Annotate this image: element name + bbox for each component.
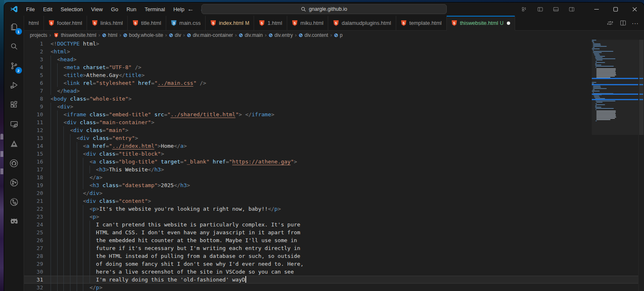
code-line[interactable]: 21<div class="content"> bbox=[24, 197, 638, 205]
code-line[interactable]: 11<div class="main-container"> bbox=[24, 118, 638, 126]
code-line[interactable]: 2<html> bbox=[24, 48, 638, 55]
code-line[interactable]: 1<!DOCTYPE html> bbox=[24, 40, 638, 48]
breadcrumb-item[interactable]: ⊘div.entry bbox=[269, 32, 293, 38]
close-button[interactable] bbox=[625, 2, 644, 16]
code-line[interactable]: 19<h3 class="datestamp">2025</h3> bbox=[24, 181, 638, 189]
breadcrumb-item[interactable]: 5thiswebsite.html bbox=[53, 32, 96, 38]
code-line[interactable]: 17<h3>This Website</h3> bbox=[24, 166, 638, 173]
history-back-icon[interactable]: ← bbox=[187, 5, 194, 13]
breadcrumb-item[interactable]: projects bbox=[30, 32, 47, 38]
remote-explorer-icon[interactable] bbox=[7, 117, 21, 131]
code-line[interactable]: 28the HTML instead of pulling from a dat… bbox=[24, 252, 638, 260]
menu-selection[interactable]: Selection bbox=[57, 5, 86, 14]
github-icon[interactable] bbox=[7, 156, 21, 170]
code-line[interactable]: 12<div class="main"> bbox=[24, 126, 638, 134]
tab-1.html[interactable]: 51.html bbox=[254, 16, 287, 30]
code-line[interactable]: 20</div> bbox=[24, 189, 638, 197]
code-line[interactable]: 31I'm really doing this the 'old-fashion… bbox=[24, 276, 638, 284]
split-editor-icon[interactable] bbox=[617, 18, 628, 29]
minimap-highlight bbox=[592, 99, 638, 100]
breadcrumb-item[interactable]: ⊘div.main-container bbox=[187, 32, 233, 38]
maximize-button[interactable] bbox=[606, 2, 625, 16]
code-line[interactable]: 15<div class="title-block"> bbox=[24, 150, 638, 158]
minimize-button[interactable] bbox=[587, 2, 606, 16]
tab-footer.html[interactable]: 5footer.html bbox=[44, 16, 87, 30]
code-line[interactable]: 32</p> bbox=[24, 284, 638, 291]
code-line[interactable]: 4<meta charset="UTF-8" /> bbox=[24, 63, 638, 71]
search-icon[interactable] bbox=[7, 39, 21, 53]
extensions-icon[interactable] bbox=[7, 98, 21, 112]
code-line[interactable]: 30here's a live screenshot of the site i… bbox=[24, 268, 638, 276]
code-line[interactable]: 22<p>It's the website you're looking at … bbox=[24, 205, 638, 213]
menu-go[interactable]: Go bbox=[107, 5, 122, 14]
explorer-icon[interactable]: 1 bbox=[7, 20, 21, 34]
tab-dalamudplugins.html[interactable]: 5dalamudplugins.html bbox=[328, 16, 396, 30]
code-line[interactable]: 23<p> bbox=[24, 213, 638, 221]
customize-layout-icon[interactable] bbox=[518, 4, 530, 14]
code-line[interactable]: 14<a href="../index.html">Home</a> bbox=[24, 142, 638, 150]
breadcrumb-item[interactable]: ⊘body.whole-site bbox=[123, 32, 163, 38]
code-line[interactable]: 27future if it's necessary but I'm writi… bbox=[24, 244, 638, 252]
scrollbar-slider[interactable] bbox=[639, 40, 644, 135]
code-line[interactable]: 8<body class="whole-site"> bbox=[24, 95, 638, 103]
menu-view[interactable]: View bbox=[87, 5, 107, 14]
tab-html[interactable]: html bbox=[24, 16, 44, 30]
menu-terminal[interactable]: Terminal bbox=[141, 5, 169, 14]
code-line[interactable]: 3<head> bbox=[24, 55, 638, 63]
triangle-a-extension-icon[interactable] bbox=[7, 137, 21, 151]
code-editor[interactable]: 1<!DOCTYPE html>2<html>3<head>4<meta cha… bbox=[24, 40, 644, 291]
line-code: <a class="blog-title" target="_blank" hr… bbox=[43, 158, 297, 166]
line-code: of doing some fancy shit I don't see why… bbox=[43, 260, 303, 268]
code-line[interactable]: 6<link rel="stylesheet" href="../main.cs… bbox=[24, 79, 638, 87]
line-number: 17 bbox=[24, 166, 43, 173]
tab-miku.html[interactable]: 5miku.html bbox=[287, 16, 329, 30]
code-line[interactable]: 16<a class="blog-title" target="_blank" … bbox=[24, 158, 638, 166]
breadcrumb-item[interactable]: ⊘div bbox=[169, 32, 181, 38]
code-line[interactable]: 29of doing some fancy shit I don't see w… bbox=[24, 260, 638, 268]
line-code: <meta charset="UTF-8" /> bbox=[43, 63, 141, 71]
breadcrumb-item[interactable]: ⊘html bbox=[102, 32, 117, 38]
tab-main.css[interactable]: 3main.css bbox=[166, 16, 206, 30]
html-file-icon: 5 bbox=[53, 32, 59, 38]
source-control-icon[interactable]: 2 bbox=[7, 59, 21, 73]
breadcrumb-item[interactable]: ⊘p bbox=[334, 32, 343, 38]
code-line[interactable]: 9<div> bbox=[24, 103, 638, 111]
command-center-text: gnargle.github.io bbox=[309, 6, 347, 12]
tab-links.html[interactable]: 5links.html bbox=[87, 16, 128, 30]
menu-edit[interactable]: Edit bbox=[39, 5, 56, 14]
tab-index.html[interactable]: 5index.htmlM bbox=[206, 16, 254, 30]
code-line[interactable]: 26the embedded hit counter at the bottom… bbox=[24, 236, 638, 244]
git-graph-icon[interactable] bbox=[7, 176, 21, 190]
more-actions-icon[interactable]: ··· bbox=[630, 18, 641, 29]
menu-run[interactable]: Run bbox=[123, 5, 140, 14]
breadcrumb-item[interactable]: ⊘div.content bbox=[299, 32, 328, 38]
code-line[interactable]: 5<title>Athene.Gay</title> bbox=[24, 71, 638, 79]
run-debug-icon[interactable] bbox=[7, 78, 21, 92]
unsaved-dot-icon[interactable] bbox=[507, 22, 510, 25]
menu-file[interactable]: File bbox=[22, 5, 39, 14]
code-line[interactable]: 7</head> bbox=[24, 87, 638, 95]
code-line[interactable]: 13<div class="entry"> bbox=[24, 134, 638, 142]
breadcrumb-separator: › bbox=[119, 32, 121, 38]
toggle-panel-icon[interactable] bbox=[550, 4, 562, 14]
godot-tools-icon[interactable] bbox=[7, 214, 21, 228]
vertical-scrollbar[interactable] bbox=[638, 40, 644, 291]
open-changes-icon[interactable] bbox=[605, 18, 616, 29]
html-symbol-icon: ⊘ bbox=[102, 32, 106, 38]
toggle-primary-sidebar-icon[interactable] bbox=[534, 4, 546, 14]
breadcrumb-item[interactable]: ⊘div.main bbox=[239, 32, 263, 38]
line-code: <h3 class="datestamp">2025</h3> bbox=[43, 181, 190, 189]
code-line[interactable]: 18</a> bbox=[24, 173, 638, 181]
command-center-search[interactable]: gnargle.github.io bbox=[201, 4, 447, 14]
code-line[interactable]: 25HTML and CSS. I don't even have any ja… bbox=[24, 228, 638, 236]
gitlens-icon[interactable] bbox=[7, 195, 21, 209]
toggle-secondary-sidebar-icon[interactable] bbox=[565, 4, 578, 14]
breadcrumb-separator: › bbox=[165, 32, 167, 38]
minimap[interactable] bbox=[592, 40, 638, 291]
code-line[interactable]: 10<iframe class="embed-title" src="../sh… bbox=[24, 111, 638, 118]
tab-template.html[interactable]: 5template.html bbox=[396, 16, 447, 30]
tab-title.html[interactable]: 5title.html bbox=[128, 16, 166, 30]
tab-thiswebsite.html[interactable]: 5thiswebsite.htmlU bbox=[447, 16, 515, 31]
code-line[interactable]: 24I can't pretend this website is partic… bbox=[24, 221, 638, 228]
menu-help[interactable]: Help bbox=[169, 5, 188, 14]
